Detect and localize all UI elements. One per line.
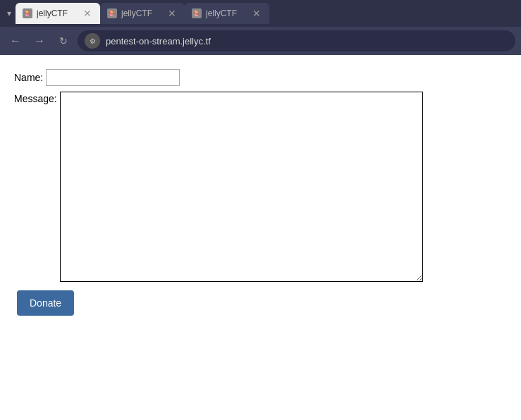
name-label: Name:: [14, 72, 43, 83]
back-button[interactable]: ←: [6, 31, 25, 51]
tab-close-3[interactable]: ✕: [251, 8, 262, 19]
tab-label-1: jellyCTF: [37, 8, 78, 18]
message-textarea[interactable]: [60, 92, 423, 282]
tab-close-2[interactable]: ✕: [166, 8, 178, 19]
tab-dropdown-button[interactable]: ▾: [3, 6, 16, 21]
browser-tab-2[interactable]: 🪼 jellyCTF ✕: [100, 3, 185, 24]
browser-tab-3[interactable]: 🪼 jellyCTF ✕: [185, 3, 269, 24]
browser-toolbar: ← → ↻ ⚙ pentest-on-stream.jellyc.tf: [0, 27, 521, 55]
message-label: Message:: [14, 92, 57, 104]
forward-button[interactable]: →: [30, 31, 49, 51]
browser-chrome: ▾ 🪼 jellyCTF ✕ 🪼 jellyCTF ✕ 🪼 jellyCTF ✕…: [0, 0, 521, 55]
tab-bar: ▾ 🪼 jellyCTF ✕ 🪼 jellyCTF ✕ 🪼 jellyCTF ✕: [0, 0, 521, 27]
lock-icon: ⚙: [85, 33, 100, 49]
tab-label-3: jellyCTF: [206, 8, 247, 18]
browser-tab-1[interactable]: 🪼 jellyCTF ✕: [16, 3, 100, 24]
message-row: Message:: [14, 92, 507, 282]
tab-favicon-3: 🪼: [192, 8, 202, 18]
address-text: pentest-on-stream.jellyc.tf: [106, 36, 508, 47]
address-bar[interactable]: ⚙ pentest-on-stream.jellyc.tf: [78, 30, 515, 51]
name-row: Name:: [14, 69, 507, 86]
tab-close-1[interactable]: ✕: [82, 8, 93, 19]
page-content: Name: Message: Donate: [0, 55, 521, 420]
tab-label-2: jellyCTF: [121, 8, 162, 18]
tab-favicon-2: 🪼: [107, 8, 117, 18]
donate-button[interactable]: Donate: [17, 290, 74, 316]
name-input[interactable]: [46, 69, 180, 86]
tab-favicon-1: 🪼: [23, 8, 32, 18]
refresh-button[interactable]: ↻: [54, 31, 73, 51]
